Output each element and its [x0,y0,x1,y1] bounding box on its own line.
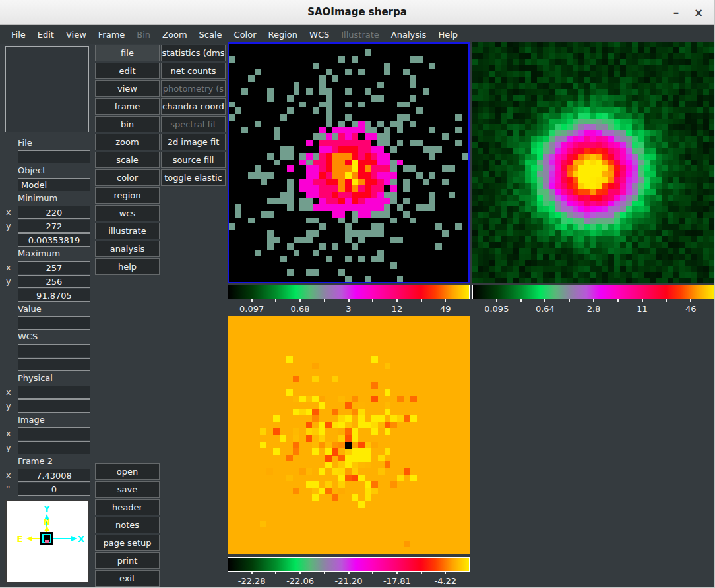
max-x-field[interactable] [18,261,90,274]
colorbar-2-labels: 0.095 0.64 2.8 11 46 [472,304,715,316]
button-open[interactable]: open [95,463,160,480]
image-x-field[interactable] [18,427,90,440]
cb3-tick-label: -22.28 [238,576,266,586]
image-y-field[interactable] [18,441,90,454]
colorbar-2-ticks [472,299,715,303]
button-help[interactable]: help [95,258,160,275]
colorbar-1-labels: 0.097 0.68 3 12 49 [228,304,470,316]
physical-x-field[interactable] [18,386,90,399]
max-y-field[interactable] [18,275,90,288]
button-scale[interactable]: scale [95,152,160,168]
menu-region[interactable]: Region [263,30,304,40]
button-file[interactable]: file [95,45,160,61]
button-statistics[interactable]: statistics (dms [161,45,226,61]
menu-bin: Bin [131,30,156,40]
compass-e-label: E [17,534,23,544]
minimize-icon[interactable]: – [668,5,684,20]
cb3-tick-label: -4.22 [434,576,456,586]
button-print[interactable]: print [95,552,160,569]
menu-zoom[interactable]: Zoom [156,30,193,40]
menu-scale[interactable]: Scale [193,30,228,40]
button-header[interactable]: header [95,499,160,515]
cb3-tick-label: -22.06 [286,576,314,586]
button-source-fill[interactable]: source fill [161,152,226,168]
object-field[interactable] [18,178,90,191]
button-analysis[interactable]: analysis [95,241,160,257]
physical-y-field[interactable] [18,399,90,413]
physical-x-prefix: x [6,387,11,397]
max-value-field[interactable] [18,289,90,302]
max-y-prefix: y [6,276,11,286]
button-photometry: photometry (s [161,80,226,97]
button-page-setup[interactable]: page setup [95,535,160,551]
button-illustrate[interactable]: illustrate [95,223,160,239]
file-field[interactable] [18,150,90,163]
colorbar-3-ticks [228,572,470,575]
title-bar: SAOImage sherpa – × [0,0,714,25]
min-x-field[interactable] [18,206,90,219]
button-notes[interactable]: notes [95,517,160,533]
min-value-field[interactable] [18,233,90,247]
close-icon[interactable]: × [691,5,706,20]
menu-analysis[interactable]: Analysis [385,30,433,40]
button-bin[interactable]: bin [95,116,160,132]
colorbar-frame-2[interactable] [472,285,715,299]
button-region[interactable]: region [95,187,160,204]
min-y-field[interactable] [18,220,90,233]
wcs-field-2[interactable] [18,358,90,371]
wcs-field-1[interactable] [18,344,90,357]
colorbar-1-ticks [228,299,470,303]
frame-1-data-image[interactable] [228,42,470,283]
button-2d-image-fit[interactable]: 2d image fit [161,134,226,150]
frame2-x-prefix: x [6,470,11,480]
cb1-tick-label: 3 [346,304,351,314]
menu-bar: File Edit View Frame Bin Zoom Scale Colo… [0,25,714,44]
max-x-prefix: x [6,262,11,272]
button-view[interactable]: view [95,80,160,97]
magnifier-compass-panel: Y N X E [5,500,89,583]
menu-file[interactable]: File [5,30,32,40]
frame2-angle-field[interactable] [18,483,90,496]
menu-wcs[interactable]: WCS [303,30,335,40]
panel-divider [94,44,94,588]
menu-frame[interactable]: Frame [92,30,131,40]
value-field[interactable] [18,316,90,330]
info-preview-panel [5,46,89,132]
button-spectral-fit: spectral fit [161,116,226,132]
cb2-tick-label: 2.8 [587,304,601,314]
colorbar-frame-3[interactable] [228,557,470,572]
image-y-prefix: y [6,442,11,452]
button-save[interactable]: save [95,481,160,498]
wcs-label: WCS [18,332,94,341]
cb1-tick-label: 49 [440,304,451,314]
compass-n-label: N [44,517,51,527]
button-chandra-coords[interactable]: chandra coord [161,98,226,115]
menu-edit[interactable]: Edit [32,30,60,40]
button-color[interactable]: color [95,169,160,186]
menu-color[interactable]: Color [228,30,263,40]
button-zoom[interactable]: zoom [95,134,160,150]
compass-x-label: X [78,534,84,544]
cb1-tick-label: 12 [392,304,403,314]
frame-2-model-image[interactable] [472,42,715,283]
button-toggle-elastic[interactable]: toggle elastic [161,169,226,186]
window-title: SAOImage sherpa [0,6,714,18]
frame2-x-field[interactable] [18,469,90,482]
button-exit[interactable]: exit [95,570,160,587]
button-frame[interactable]: frame [95,98,160,115]
button-edit[interactable]: edit [95,63,160,79]
image-label: Image [18,415,94,425]
colorbar-frame-1[interactable] [228,285,470,299]
menu-help[interactable]: Help [432,30,464,40]
frame-3-residual-image[interactable] [228,316,470,554]
menu-view[interactable]: View [60,30,92,40]
button-wcs[interactable]: wcs [95,205,160,221]
button-net-counts[interactable]: net counts [161,63,226,79]
cb2-tick-label: 0.64 [536,304,555,314]
cb2-tick-label: 11 [637,304,648,314]
frame2-angle-prefix: ° [6,484,11,494]
cb3-tick-label: -17.81 [383,576,411,586]
image-x-prefix: x [6,428,11,438]
cb3-tick-label: -21.20 [335,576,363,586]
app-window: SAOImage sherpa – × File Edit View Frame… [0,0,715,588]
